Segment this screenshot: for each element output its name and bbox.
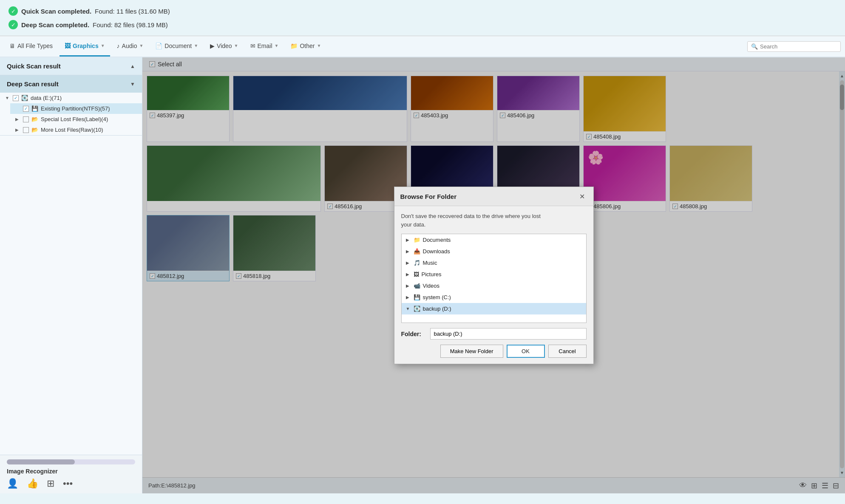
pictures-expand-icon: ▶ — [406, 272, 411, 277]
more-lost-item[interactable]: ▶ 📂 More Lost Files(Raw)(10) — [10, 125, 142, 135]
deep-scan-check-icon: ✓ — [9, 20, 18, 29]
special-expand-arrow: ▶ — [15, 117, 20, 122]
thumbs-up-icon[interactable]: 👍 — [27, 478, 38, 489]
quick-scan-label: Quick Scan completed. — [21, 8, 91, 15]
videos-expand-icon: ▶ — [406, 283, 411, 288]
tree-root-item[interactable]: ▼ 💽 data (E:)(71) — [0, 93, 142, 103]
scrollbar-thumb — [7, 459, 75, 464]
deep-scan-label: Deep Scan completed. — [21, 21, 89, 28]
status-bar: ✓ Quick Scan completed. Found: 11 files … — [0, 0, 845, 36]
dialog-folder-tree[interactable]: ▶ 📁 Documents ▶ 📥 Downloads ▶ 🎵 M — [401, 234, 587, 323]
dialog-close-button[interactable]: ✕ — [577, 191, 587, 201]
dialog-body: Don't save the recovered data to the dri… — [394, 206, 593, 364]
search-input[interactable] — [760, 43, 837, 50]
videos-folder-icon: 📹 — [414, 283, 420, 289]
music-folder-icon: 🎵 — [414, 260, 420, 266]
special-folder-icon: 📂 — [31, 116, 38, 122]
main-layout: Quick Scan result ▲ Deep Scan result ▼ ▼… — [0, 57, 845, 493]
horizontal-scrollbar[interactable] — [7, 459, 135, 464]
backup-d-drive-icon: 💽 — [414, 306, 420, 312]
dialog-action-buttons: Make New Folder OK Cancel — [401, 345, 587, 358]
email-icon: ✉ — [250, 42, 255, 49]
downloads-folder-icon: 📥 — [414, 248, 420, 255]
more-options-icon[interactable]: ••• — [63, 478, 73, 489]
sidebar-tool-icons: 👤 👍 ⊞ ••• — [7, 478, 135, 489]
tree-special-lost: ▶ 📂 Special Lost Files(Label)(4) — [0, 114, 142, 125]
other-btn[interactable]: 📁 Other ▼ — [285, 36, 326, 57]
folder-label: Folder: — [401, 331, 427, 337]
sidebar: Quick Scan result ▲ Deep Scan result ▼ ▼… — [0, 57, 142, 493]
image-recognizer-label: Image Recognizer — [7, 468, 135, 475]
existing-partition-item[interactable]: 💾 Existing Partition(NTFS)(57) — [10, 103, 142, 114]
special-lost-item[interactable]: ▶ 📂 Special Lost Files(Label)(4) — [10, 114, 142, 125]
tree-item-backup-d[interactable]: ▼ 💽 backup (D:) — [402, 303, 586, 314]
ok-button[interactable]: OK — [507, 345, 545, 358]
deep-scan-status: ✓ Deep Scan completed. Found: 82 files (… — [9, 18, 836, 31]
email-chevron-icon: ▼ — [275, 43, 279, 48]
audio-chevron-icon: ▼ — [139, 43, 143, 48]
sidebar-bottom: Image Recognizer 👤 👍 ⊞ ••• — [0, 455, 142, 493]
music-expand-icon: ▶ — [406, 260, 411, 265]
quick-scan-section: Quick Scan result ▲ — [0, 57, 142, 75]
make-new-folder-button[interactable]: Make New Folder — [440, 345, 503, 358]
tree-existing-partition: 💾 Existing Partition(NTFS)(57) — [0, 103, 142, 114]
quick-scan-header[interactable]: Quick Scan result ▲ — [0, 57, 142, 75]
file-type-toolbar: 🖥 All File Types 🖼 Graphics ▼ ♪ Audio ▼ … — [0, 36, 845, 57]
all-file-types-btn[interactable]: 🖥 All File Types — [4, 36, 58, 57]
pictures-folder-icon: 🖼 — [414, 271, 419, 277]
video-icon: ▶ — [210, 42, 215, 49]
tree-more-lost: ▶ 📂 More Lost Files(Raw)(10) — [0, 125, 142, 135]
more-expand-arrow: ▶ — [15, 127, 20, 132]
disk-icon: 💽 — [21, 95, 28, 101]
folder-icon: 📁 — [290, 42, 298, 49]
document-icon: 📄 — [155, 42, 162, 49]
documents-folder-icon: 📁 — [414, 237, 420, 243]
audio-icon: ♪ — [117, 42, 120, 49]
graphics-btn[interactable]: 🖼 Graphics ▼ — [60, 36, 110, 57]
folder-value-input[interactable] — [430, 328, 587, 340]
search-icon: 🔍 — [751, 43, 758, 50]
monitor-icon: 🖥 — [9, 42, 15, 49]
root-checkbox[interactable] — [13, 95, 19, 101]
document-btn[interactable]: 📄 Document ▼ — [150, 36, 203, 57]
deep-scan-section: Deep Scan result ▼ ▼ 💽 data (E:)(71) 💾 E… — [0, 75, 142, 136]
deep-scan-header[interactable]: Deep Scan result ▼ — [0, 75, 142, 93]
tree-item-downloads[interactable]: ▶ 📥 Downloads — [402, 246, 586, 257]
quick-scan-detail: Found: 11 files (31.60 MB) — [95, 8, 170, 15]
audio-btn[interactable]: ♪ Audio ▼ — [112, 36, 149, 57]
search-box-wrap: 🔍 — [747, 41, 841, 52]
cancel-button[interactable]: Cancel — [548, 345, 587, 358]
deep-scan-expand-icon: ▼ — [130, 81, 135, 87]
tree-item-system-c[interactable]: ▶ 💾 system (C:) — [402, 292, 586, 303]
system-c-drive-icon: 💾 — [414, 294, 420, 300]
existing-checkbox[interactable] — [23, 106, 29, 112]
more-folder-icon: 📂 — [31, 127, 38, 133]
tree-item-pictures[interactable]: ▶ 🖼 Pictures — [402, 269, 586, 280]
more-checkbox[interactable] — [23, 127, 29, 133]
tree-item-music[interactable]: ▶ 🎵 Music — [402, 257, 586, 269]
system-c-expand-icon: ▶ — [406, 295, 411, 300]
graphics-icon: 🖼 — [65, 42, 71, 49]
tree-item-videos[interactable]: ▶ 📹 Videos — [402, 280, 586, 292]
dialog-warning-text: Don't save the recovered data to the dri… — [401, 212, 587, 229]
other-chevron-icon: ▼ — [317, 43, 321, 48]
quick-scan-status: ✓ Quick Scan completed. Found: 11 files … — [9, 4, 836, 18]
person-icon[interactable]: 👤 — [7, 478, 18, 489]
tree-item-documents[interactable]: ▶ 📁 Documents — [402, 234, 586, 246]
video-btn[interactable]: ▶ Video ▼ — [205, 36, 243, 57]
quick-scan-check-icon: ✓ — [9, 6, 18, 16]
document-chevron-icon: ▼ — [194, 43, 198, 48]
grid-icon[interactable]: ⊞ — [47, 478, 54, 489]
dialog-title-bar: Browse For Folder ✕ — [394, 187, 593, 206]
documents-expand-icon: ▶ — [406, 238, 411, 242]
dialog-title: Browse For Folder — [400, 193, 457, 200]
video-chevron-icon: ▼ — [234, 43, 238, 48]
partition-icon: 💾 — [31, 105, 38, 112]
backup-d-collapse-icon: ▼ — [406, 306, 411, 311]
dialog-overlay: Browse For Folder ✕ Don't save the recov… — [142, 57, 845, 493]
content-area: ✓ Select all ✓ 485397.jpg — [142, 57, 845, 493]
special-checkbox[interactable] — [23, 116, 29, 122]
downloads-expand-icon: ▶ — [406, 249, 411, 254]
email-btn[interactable]: ✉ Email ▼ — [245, 36, 284, 57]
deep-scan-detail: Found: 82 files (98.19 MB) — [93, 21, 168, 28]
